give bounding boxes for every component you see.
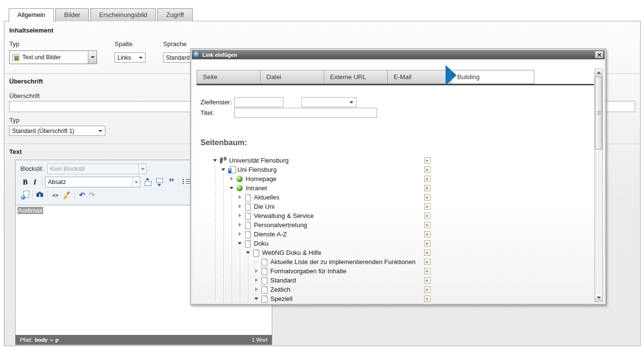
expand-icon[interactable]	[254, 278, 259, 283]
tree-item[interactable]: Aktuelles	[192, 193, 594, 202]
tree-item-label[interactable]: Aktuelle Liste der zu implementierenden …	[270, 258, 415, 266]
italic-button[interactable]: I	[30, 177, 40, 187]
collapse-icon[interactable]	[229, 185, 234, 191]
jump-to-page-button[interactable]	[424, 213, 430, 219]
tree-item[interactable]: Zeitlich	[192, 285, 594, 294]
remove-formatting-icon[interactable]	[62, 190, 72, 200]
expand-icon[interactable]	[237, 222, 243, 228]
tree-item[interactable]: Formatvorgaben für Inhalte	[192, 266, 594, 276]
tab-bilder[interactable]: Bilder	[55, 8, 89, 21]
dialog-tab-datei[interactable]: Datei	[260, 70, 324, 84]
tree-item-label[interactable]: WebNG Doku & Hilfe	[262, 249, 321, 256]
tree-item[interactable]: Universität Flensburg	[192, 156, 594, 165]
expand-icon[interactable]	[254, 268, 259, 274]
tree-item-label[interactable]: Verwaltung & Service	[254, 212, 314, 219]
typ-select[interactable]: Text und Bilder	[9, 50, 97, 64]
scroll-down-button[interactable]	[595, 294, 602, 301]
source-code-icon[interactable]	[50, 190, 60, 200]
target-window-select[interactable]	[301, 97, 357, 107]
tree-item[interactable]: Doku	[192, 239, 594, 248]
tab-erscheinungsbild[interactable]: Erscheinungsbild	[90, 8, 156, 21]
jump-to-page-button[interactable]	[424, 222, 430, 228]
dialog-scrollbar[interactable]	[594, 68, 603, 302]
tree-item-label[interactable]: Doku	[254, 240, 268, 247]
path-segment[interactable]: body	[35, 337, 48, 343]
scrollbar-thumb[interactable]	[595, 77, 602, 150]
tab-zugriff[interactable]: Zugriff	[157, 8, 193, 21]
jump-to-page-button[interactable]	[424, 157, 430, 164]
insert-paragraph-before-icon[interactable]	[143, 177, 153, 187]
jump-to-page-button[interactable]	[424, 166, 430, 173]
element-path[interactable]: body»p	[33, 337, 59, 343]
jump-to-page-button[interactable]	[424, 176, 430, 182]
tree-item-label[interactable]: Speziell	[270, 295, 293, 302]
dialog-titlebar[interactable]: Link einfügen	[192, 50, 605, 59]
tree-item[interactable]: Dienste A-Z	[192, 230, 594, 239]
collapse-icon[interactable]	[221, 167, 226, 172]
tree-item[interactable]: Speziell	[192, 294, 594, 303]
tree-item-label[interactable]: Standard	[270, 277, 296, 284]
dialog-tab-externe-url[interactable]: Externe URL	[324, 70, 388, 84]
tree-item-label[interactable]: Universität Flensburg	[229, 157, 289, 164]
blockstil-select[interactable]: Kein Blockstil	[47, 164, 147, 174]
jump-to-page-button[interactable]	[424, 185, 430, 191]
tree-item-label[interactable]: Uni Flensburg	[237, 166, 277, 173]
tree-item[interactable]: Intranet	[192, 183, 594, 193]
paragraph-format-select[interactable]: Absatz	[45, 177, 140, 187]
tree-item-label[interactable]: Personalvertretung	[254, 221, 307, 229]
jump-to-page-button[interactable]	[424, 194, 430, 200]
close-button[interactable]	[595, 51, 603, 58]
blockquote-icon[interactable]	[166, 177, 176, 187]
expand-icon[interactable]	[237, 213, 243, 218]
insert-paragraph-after-icon[interactable]	[155, 177, 165, 187]
tree-item[interactable]: Standard	[192, 276, 594, 285]
jump-to-page-button[interactable]	[424, 277, 430, 283]
path-segment[interactable]: p	[55, 337, 59, 343]
expand-icon[interactable]	[237, 195, 243, 200]
jump-to-page-button[interactable]	[424, 240, 430, 247]
ordered-list-icon[interactable]	[182, 177, 191, 187]
tree-item-label[interactable]: Homepage	[246, 175, 277, 183]
expand-icon[interactable]	[237, 204, 243, 209]
dialog-tab-e-mail[interactable]: E-Mail	[387, 70, 451, 84]
titel-input[interactable]	[234, 108, 377, 118]
tree-item-label[interactable]: Aktuelles	[254, 194, 280, 201]
tree-item[interactable]: Verwaltung & Service	[192, 211, 594, 220]
jump-to-page-button[interactable]	[424, 268, 430, 274]
collapse-icon[interactable]	[254, 296, 259, 301]
jump-to-page-button[interactable]	[424, 231, 430, 237]
jump-to-page-button[interactable]	[424, 249, 430, 256]
collapse-icon[interactable]	[246, 250, 251, 255]
expand-icon[interactable]	[254, 287, 259, 292]
tree-item-label[interactable]: Dienste A-Z	[254, 231, 287, 238]
tree-item[interactable]: Uni Flensburg	[192, 165, 594, 174]
ueberschrift-typ-select[interactable]: Standard (Überschrift 1)	[9, 126, 105, 136]
insert-link-icon[interactable]	[20, 190, 30, 200]
expand-icon[interactable]	[229, 176, 234, 182]
tree-item-label[interactable]: Formatvorgaben für Inhalte	[270, 267, 347, 275]
collapse-icon[interactable]	[213, 158, 218, 163]
dropdown-button[interactable]	[88, 51, 97, 64]
tree-item-label[interactable]: Die Uni	[254, 203, 275, 210]
tree-item[interactable]: Aktuelle Liste der zu implementierenden …	[192, 257, 594, 266]
tree-item[interactable]: Personalvertretung	[192, 220, 594, 230]
jump-to-page-button[interactable]	[424, 286, 430, 293]
zielfenster-input[interactable]	[234, 97, 283, 107]
tree-item-label[interactable]: Zeitlich	[270, 286, 290, 293]
jump-to-page-button[interactable]	[424, 259, 430, 265]
tree-item-label[interactable]: Intranet	[246, 184, 267, 192]
tree-item[interactable]: Die Uni	[192, 202, 594, 211]
jump-to-page-button[interactable]	[424, 203, 430, 210]
scroll-up-button[interactable]	[595, 69, 602, 76]
dialog-tab-building[interactable]: Building	[451, 70, 534, 84]
tab-allgemein[interactable]: Allgemein	[9, 8, 54, 22]
bold-button[interactable]: B	[20, 177, 30, 187]
expand-icon[interactable]	[237, 232, 243, 237]
jump-to-page-button[interactable]	[424, 296, 430, 302]
tree-item[interactable]: Homepage	[192, 174, 594, 183]
dialog-tab-seite[interactable]: Seite	[197, 70, 261, 84]
collapse-icon[interactable]	[237, 241, 243, 246]
undo-icon[interactable]	[77, 190, 87, 200]
spalte-select[interactable]: Links	[115, 52, 146, 63]
find-replace-icon[interactable]	[35, 190, 45, 200]
